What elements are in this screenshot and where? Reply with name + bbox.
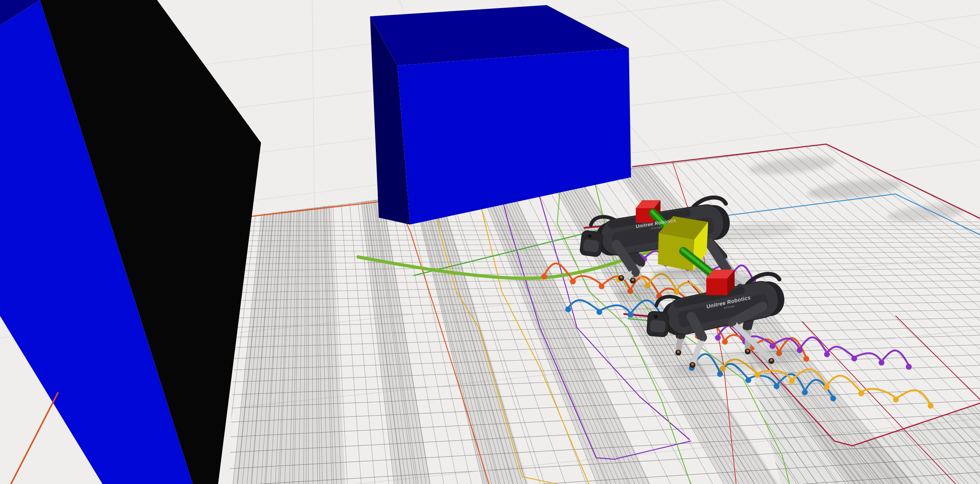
3d-viewport[interactable]: Unitree Robotics Aliengo Unitree Robotic… bbox=[0, 0, 980, 484]
scene-canvas bbox=[0, 0, 980, 484]
red-connector-cube-2 bbox=[706, 270, 735, 295]
